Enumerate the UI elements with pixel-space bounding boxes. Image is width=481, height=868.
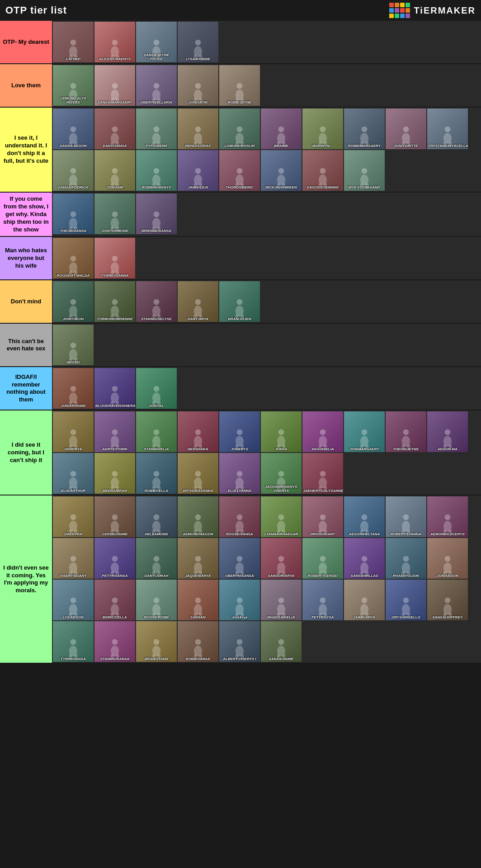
ship-card[interactable]: NEDSHARA	[178, 411, 218, 452]
ship-card[interactable]: CERSEI/JAIME	[94, 496, 135, 537]
ship-card[interactable]: RHAENYS/JON	[386, 538, 426, 579]
ship-card[interactable]: ROOSE/ROBB	[136, 580, 177, 620]
ship-card[interactable]: Jon/Arya	[219, 580, 260, 620]
ship-card[interactable]: JON/ARIANNE	[53, 368, 94, 409]
ship-card[interactable]: OBERYN/SANSA	[219, 538, 260, 579]
ship-card[interactable]: BLOODRAVEN/SHIERA	[94, 368, 135, 409]
ship-card[interactable]: TORMUND/BRIENNE	[94, 281, 135, 322]
svg-point-372	[278, 639, 284, 645]
ship-card[interactable]: CATNED	[53, 22, 94, 62]
ship-card[interactable]: SANSA JEYNE POOLE	[136, 22, 177, 62]
ship-card[interactable]: JON/SATIN	[178, 65, 218, 106]
ship-card[interactable]: ELIA LYANNA	[219, 453, 260, 494]
ship-card[interactable]: TYWIN/SANSA	[53, 621, 94, 662]
ship-card[interactable]: JON/VAL	[136, 368, 177, 409]
ship-card[interactable]: PETYR/LYSA	[302, 580, 343, 620]
ship-card[interactable]: JONSA	[261, 411, 302, 452]
ship-card[interactable]: SANSAN	[178, 580, 218, 620]
ship-card[interactable]: PYP/GRENN	[136, 108, 177, 149]
ship-card[interactable]: JON/MARGAERY	[344, 411, 385, 452]
ship-card[interactable]: JON/TORMUND	[94, 193, 135, 234]
ship-card[interactable]: DANY/JORAH	[136, 538, 177, 579]
ship-card[interactable]: MEERA/BRAN	[94, 453, 135, 494]
ship-card[interactable]: ORYS/ARGELLO	[386, 580, 426, 620]
ship-card[interactable]: TYWIN/JOANNA	[94, 238, 135, 278]
ship-card[interactable]: SANSA/PODRICK	[53, 150, 94, 191]
ship-card[interactable]: NEDSEI	[53, 325, 94, 365]
ship-card[interactable]: MYA STONEHAND	[344, 150, 385, 191]
ship-card[interactable]: STANNIS/SANSA	[94, 621, 135, 662]
ship-card[interactable]: ELIA/ARTHUR	[53, 453, 94, 494]
ship-card[interactable]: DROGO/DANY	[302, 496, 343, 537]
ship-card[interactable]: SANDOR/ARYA	[261, 538, 302, 579]
ship-card[interactable]: RICKON/SHIREEN	[261, 150, 302, 191]
ship-card[interactable]: TRYSTANE/MYRCELLA	[427, 108, 468, 149]
ship-card[interactable]: BERIC/CELLA	[94, 580, 135, 620]
ship-card[interactable]: ROBERT/CERSEI	[302, 538, 343, 579]
ship-card[interactable]: ALICENT/HAENYS	[94, 22, 135, 62]
ship-card[interactable]: AEGON/RHAENYS VISENYA	[261, 453, 302, 494]
ship-card[interactable]: LYSA/ROBBIE	[178, 22, 218, 62]
ship-card[interactable]: LYANNA/RHAEGAR	[261, 496, 302, 537]
ship-card[interactable]: THEON/JEYNE	[386, 411, 426, 452]
ship-card[interactable]: THOROS/BERIC	[219, 150, 260, 191]
ship-card[interactable]: BRAN/STANN	[136, 621, 177, 662]
ship-card[interactable]: JONERYS	[219, 411, 260, 452]
ship-card[interactable]: LYA/AEGON	[53, 580, 94, 620]
ship-card[interactable]: SANSA/WILLAS	[344, 538, 385, 579]
tier-row-dontmind: Don't mind JON/THEON TORMUND/BRIENNE STA…	[0, 280, 481, 324]
ship-card[interactable]: JON/YGRITTE	[386, 108, 426, 149]
ship-card[interactable]: JON/THEON	[53, 281, 94, 322]
ship-card[interactable]: AEGON IIIA	[427, 411, 468, 452]
ship-card[interactable]: ROBB/CELLA	[136, 453, 177, 494]
tier-label-otp: OTP- My dearest	[0, 21, 52, 63]
ship-card[interactable]: JON/AEGON	[427, 538, 468, 579]
ship-card[interactable]: PETYR/SANSA	[94, 538, 135, 579]
ship-card[interactable]: VISERYS/DANY	[53, 538, 94, 579]
ship-card[interactable]: AEGON/HELTANA	[344, 496, 385, 537]
ship-card[interactable]: ROBB/SANSA	[178, 621, 218, 662]
ship-card[interactable]: AEGON/ELIA	[302, 411, 343, 452]
ship-card[interactable]: HELEAMOND	[136, 496, 177, 537]
ship-card[interactable]: LOMURE/ROSLIN	[219, 108, 260, 149]
ship-card[interactable]: ROBB/JEYNE	[219, 65, 260, 106]
ship-card[interactable]: RHAEGAR/ELIA	[261, 580, 302, 620]
ship-card[interactable]: ROOSE/AT WALDA	[53, 238, 94, 278]
ship-card[interactable]: ROBERT/LYANNA	[386, 496, 426, 537]
ship-card[interactable]: BRAN/JOJEN	[219, 281, 260, 322]
ship-card[interactable]: STANNIS/SELYSE	[136, 281, 177, 322]
ship-card[interactable]: MARWYN/...	[302, 108, 343, 149]
ship-card[interactable]: JAQUEN/ARYA	[178, 538, 218, 579]
ship-card[interactable]: DAVOS/STANNNIS	[302, 150, 343, 191]
ship-card[interactable]: ROOSE/SANSA	[219, 496, 260, 537]
ship-name: LYA/AEGON	[53, 616, 94, 620]
ship-card[interactable]: SANSA/AEGON	[53, 108, 94, 149]
ship-card[interactable]: SANSA/JOFFREY	[427, 580, 468, 620]
ship-card[interactable]: OBERYN/ELLARIA	[136, 65, 177, 106]
ship-card[interactable]: JAIME/ARYA	[344, 580, 385, 620]
ship-card[interactable]: ARTHUR/LYANNA	[178, 453, 218, 494]
ship-card[interactable]: SANSA/MARGAERY	[94, 65, 135, 106]
ship-card[interactable]: RENLY/LORAS	[178, 108, 218, 149]
ship-card[interactable]: AEMOND/AEGON	[178, 496, 218, 537]
ship-card[interactable]: BRAIME	[261, 108, 302, 149]
ship-card[interactable]: DANY/SANSA	[94, 108, 135, 149]
ship-card[interactable]: ROBB/RHAENYS	[136, 150, 177, 191]
ship-card[interactable]: JAEHERYS/ALYSANNE	[302, 453, 343, 494]
ship-card[interactable]: LEMOND ALYS RIVERS	[53, 65, 94, 106]
ship-card[interactable]: ALBERT/VISERYS I	[219, 621, 260, 662]
ship-card[interactable]: THEON/SANSA	[53, 193, 94, 234]
ship-card[interactable]: STANNIS/ELIA	[136, 411, 177, 452]
ship-card[interactable]: AEMOND/LUCERYS	[427, 496, 468, 537]
ship-card[interactable]: GENDRYA	[53, 411, 94, 452]
ship-card[interactable]: JAIME/LEIA	[178, 150, 218, 191]
ship-card[interactable]: AERYS/TYWIN	[94, 411, 135, 452]
ship-card[interactable]: DAENYRA	[53, 496, 94, 537]
ship-name: AEGON/ELIA	[302, 448, 343, 452]
ship-card[interactable]: BRIENNE/SANSA	[136, 193, 177, 234]
ship-card[interactable]: ROBB/MARGAERY	[344, 108, 385, 149]
ship-image	[94, 238, 135, 278]
ship-card[interactable]: DANY/ARYA	[178, 281, 218, 322]
ship-card[interactable]: JON/SAM	[94, 150, 135, 191]
ship-card[interactable]: SANSA/JAIME	[261, 621, 302, 662]
